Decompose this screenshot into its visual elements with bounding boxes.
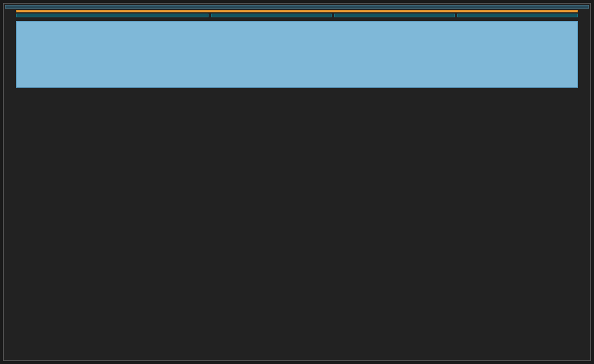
fixed-function-engines bbox=[16, 14, 578, 17]
nvenc-0 bbox=[211, 14, 332, 17]
core-area bbox=[16, 19, 578, 359]
die-body bbox=[5, 19, 589, 359]
optical-flow-accelerator bbox=[16, 14, 209, 17]
memory-controllers-right bbox=[579, 19, 589, 359]
gigathread-engine bbox=[16, 10, 578, 12]
memory-controllers-left bbox=[5, 19, 15, 359]
pcie-host-interface bbox=[5, 5, 589, 9]
nvdec bbox=[457, 14, 578, 17]
l2-cache bbox=[16, 21, 578, 88]
gpu-chip-diagram bbox=[3, 3, 591, 361]
nvenc-1 bbox=[334, 14, 455, 17]
